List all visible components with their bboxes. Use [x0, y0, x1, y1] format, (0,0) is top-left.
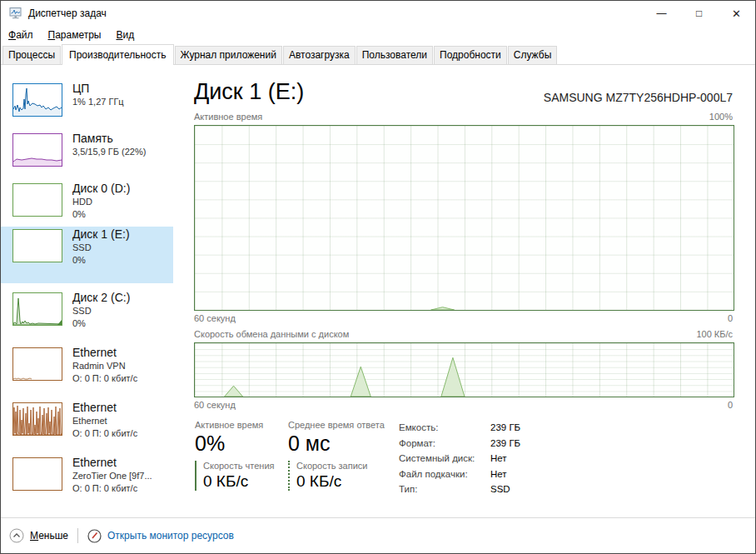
detail-key: Емкость: — [399, 420, 490, 436]
sidebar-item-value: О: 0 П: 0 кбит/с — [72, 482, 171, 495]
sidebar-item-subtitle: SSD — [72, 305, 171, 317]
resource-monitor-label: Открыть монитор ресурсов — [107, 530, 234, 542]
detail-value: 239 ГБ — [490, 436, 520, 452]
detail-value: Нет — [490, 451, 507, 467]
resource-monitor-gauge-icon — [87, 529, 102, 543]
sidebar-item-subtitle: 3,5/15,9 ГБ (22%) — [72, 146, 171, 158]
fewer-details-button[interactable]: Меньше — [9, 528, 68, 543]
tab-performance[interactable]: Производительность — [62, 44, 173, 65]
sidebar-item-disk2[interactable]: Диск 2 (C:) SSD 0% — [1, 290, 173, 343]
response-time-stat: Среднее время ответа 0 мс — [288, 420, 385, 456]
sidebar-item-cpu[interactable]: ЦП 1% 1,27 ГГц — [1, 81, 173, 132]
menu-file[interactable]: Файл — [1, 27, 41, 43]
active-time-chart-labels: Активное время 100% — [194, 112, 733, 122]
memory-thumbnail-chart — [12, 133, 62, 167]
tab-processes[interactable]: Процессы — [2, 46, 61, 64]
active-time-chart-xaxis: 60 секунд 0 — [194, 313, 733, 323]
ethernet2-thumbnail-chart — [12, 402, 62, 436]
active-time-stat: Активное время 0% — [195, 420, 263, 456]
detail-row: Формат: 239 ГБ — [399, 436, 520, 452]
disk2-thumbnail-chart — [12, 292, 62, 326]
detail-value: 239 ГБ — [490, 420, 520, 436]
sidebar-item-subtitle: SSD — [72, 242, 171, 254]
performance-sidebar: ЦП 1% 1,27 ГГц Память 3,5/15,9 ГБ (22%) — [1, 66, 176, 517]
chart-label: Активное время — [194, 112, 262, 122]
title-bar: Диспетчер задач — □ ✕ — [1, 1, 755, 26]
open-resource-monitor-link[interactable]: Открыть монитор ресурсов — [87, 529, 234, 543]
x-axis-right-label: 0 — [728, 313, 733, 323]
sidebar-item-ethernet-main[interactable]: Ethernet Ethernet О: 0 П: 0 кбит/с — [1, 400, 173, 453]
sidebar-item-value: 0% — [72, 208, 171, 221]
active-time-chart — [194, 125, 734, 311]
detail-key: Формат: — [399, 436, 490, 452]
sidebar-item-title: ЦП — [72, 81, 171, 96]
window-title: Диспетчер задач — [28, 7, 107, 19]
detail-row: Файл подкачки: Нет — [399, 467, 520, 482]
minimize-icon[interactable]: — — [643, 1, 680, 26]
detail-row: Емкость: 239 ГБ — [399, 420, 520, 436]
disk1-thumbnail-chart — [12, 229, 62, 262]
sidebar-item-value: О: 0 П: 0 кбит/с — [72, 427, 171, 440]
disk-details-list: Емкость: 239 ГБ Формат: 239 ГБ Системный… — [399, 420, 520, 497]
task-manager-app-icon — [9, 7, 22, 20]
sidebar-item-title: Диск 2 (C:) — [72, 290, 171, 305]
tab-strip: Процессы Производительность Журнал прило… — [1, 44, 755, 65]
sidebar-item-memory[interactable]: Память 3,5/15,9 ГБ (22%) — [1, 131, 173, 182]
sidebar-item-value: О: 0 П: 0 кбит/с — [72, 372, 171, 385]
sidebar-item-title: Память — [72, 131, 171, 146]
disk0-thumbnail-chart — [12, 183, 62, 217]
detail-row: Системный диск: Нет — [399, 451, 520, 467]
stat-label: Скорость чтения — [203, 461, 275, 471]
close-icon[interactable]: ✕ — [718, 1, 755, 26]
detail-value: SSD — [490, 482, 510, 497]
stat-label: Скорость записи — [296, 461, 367, 471]
stat-value: 0 мс — [288, 432, 385, 456]
sidebar-item-title: Ethernet — [72, 345, 171, 360]
chart-label: Скорость обмена данными с диском — [194, 329, 349, 339]
tab-services[interactable]: Службы — [508, 46, 557, 64]
cpu-thumbnail-chart — [12, 83, 62, 117]
sidebar-item-title: Ethernet — [72, 455, 171, 470]
sidebar-item-subtitle: ZeroTier One [9f7... — [72, 470, 171, 482]
stat-label: Активное время — [195, 420, 263, 430]
sidebar-item-title: Ethernet — [72, 400, 171, 415]
sidebar-item-value: 0% — [72, 254, 171, 267]
window-controls: — □ ✕ — [643, 1, 755, 26]
x-axis-left-label: 60 секунд — [194, 400, 236, 410]
sidebar-item-subtitle: 1% 1,27 ГГц — [72, 96, 171, 108]
sidebar-item-disk1[interactable]: Диск 1 (E:) SSD 0% — [1, 227, 173, 283]
read-speed-stat: Скорость чтения 0 КБ/с — [195, 461, 275, 491]
stat-label: Среднее время ответа — [288, 420, 385, 430]
sidebar-item-ethernet-radmin[interactable]: Ethernet Radmin VPN О: 0 П: 0 кбит/с — [1, 345, 173, 398]
io-chart-labels: Скорость обмена данными с диском 100 КБ/… — [194, 329, 733, 339]
detail-value: Нет — [490, 467, 507, 482]
write-speed-stat: Скорость записи 0 КБ/с — [288, 461, 367, 491]
x-axis-left-label: 60 секунд — [194, 313, 236, 323]
page-title: Диск 1 (E:) — [194, 79, 304, 105]
sidebar-item-subtitle: Ethernet — [72, 415, 171, 427]
tab-users[interactable]: Пользователи — [356, 46, 433, 64]
detail-key: Файл подкачки: — [399, 467, 490, 482]
sidebar-item-title: Диск 1 (E:) — [72, 227, 171, 242]
task-manager-window: Диспетчер задач — □ ✕ Файл Параметры Вид… — [0, 0, 756, 554]
menu-view[interactable]: Вид — [108, 27, 142, 43]
performance-detail-pane: Диск 1 (E:) SAMSUNG MZ7TY256HDHP-000L7 А… — [176, 66, 755, 517]
sidebar-item-subtitle: HDD — [72, 196, 171, 208]
tab-startup[interactable]: Автозагрузка — [283, 46, 356, 64]
chevron-up-icon — [9, 528, 24, 543]
device-model: SAMSUNG MZ7TY256HDHP-000L7 — [544, 91, 733, 104]
detail-key: Системный диск: — [399, 451, 490, 467]
detail-key: Тип: — [399, 482, 490, 497]
sidebar-item-ethernet-zerotier[interactable]: Ethernet ZeroTier One [9f7... О: 0 П: 0 … — [1, 455, 173, 508]
menu-options[interactable]: Параметры — [41, 27, 109, 43]
footer-bar: Меньше Открыть монитор ресурсов — [1, 517, 755, 553]
stat-value: 0 КБ/с — [203, 472, 275, 491]
tab-app-history[interactable]: Журнал приложений — [175, 46, 282, 64]
stat-value: 0% — [195, 432, 263, 456]
chart-max-label: 100% — [709, 112, 733, 122]
chart-max-label: 100 КБ/с — [696, 329, 733, 339]
disk-transfer-chart — [194, 342, 734, 397]
maximize-icon[interactable]: □ — [680, 1, 718, 26]
ethernet3-thumbnail-chart — [12, 457, 62, 491]
tab-details[interactable]: Подробности — [434, 46, 507, 64]
